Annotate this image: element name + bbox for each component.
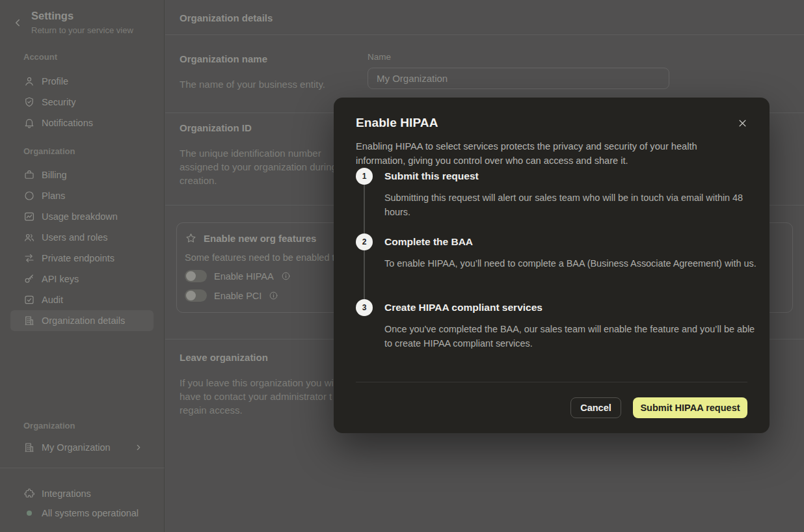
step-title: Submit this request	[384, 170, 479, 182]
usage-chart-icon	[23, 211, 35, 222]
step-number-badge: 1	[356, 168, 373, 185]
leave-org-title: Leave organization	[180, 352, 268, 363]
status-dot	[27, 511, 32, 516]
org-id-desc-line: assigned to your organization during	[180, 160, 337, 174]
toggle-label: Enable HIPAA	[214, 271, 274, 282]
app-window: Settings Return to your service view Acc…	[0, 0, 804, 532]
user-icon	[23, 75, 35, 87]
sidebar-item-users-and-roles[interactable]: Users and roles	[10, 227, 154, 248]
step-description: Once you've completed the BAA, our sales…	[384, 322, 760, 351]
arrows-swap-icon	[23, 252, 35, 264]
step-description: To enable HIPAA, you’ll need to complete…	[384, 256, 760, 271]
sidebar-item-usage-breakdown[interactable]: Usage breakdown	[10, 206, 154, 227]
building-icon	[23, 442, 35, 453]
system-status-item[interactable]: All systems operational	[10, 503, 154, 524]
billing-icon	[23, 169, 35, 181]
org-name-description: The name of your business entity.	[180, 77, 325, 91]
sidebar-item-plans[interactable]: Plans	[10, 185, 154, 206]
leave-org-description: If you leave this organization you wil h…	[180, 376, 336, 417]
sidebar-item-organization-details[interactable]: Organization details	[10, 310, 154, 331]
org-name-title: Organization name	[180, 53, 267, 64]
puzzle-icon	[23, 488, 35, 499]
divider	[356, 382, 747, 382]
sidebar-subtitle[interactable]: Return to your service view	[31, 25, 133, 35]
org-id-description: The unique identification number assigne…	[180, 146, 337, 187]
leave-desc-line: If you leave this organization you wil	[180, 376, 336, 390]
org-id-title: Organization ID	[180, 122, 252, 133]
step-title: Create HIPAA compliant services	[384, 302, 543, 313]
close-icon[interactable]	[738, 118, 747, 128]
sidebar-item-label: Profile	[42, 76, 68, 86]
users-icon	[23, 232, 35, 243]
sidebar-item-label: Plans	[42, 191, 65, 201]
section-label-account: Account	[23, 52, 57, 62]
page-header: Organization details	[165, 0, 804, 35]
sidebar-item-profile[interactable]: Profile	[10, 71, 154, 92]
page-title: Organization details	[180, 12, 273, 23]
toggle-knob	[186, 291, 196, 300]
shield-check-icon	[23, 96, 35, 108]
info-icon[interactable]	[281, 271, 291, 281]
sidebar-item-api-keys[interactable]: API keys	[10, 269, 154, 289]
chevron-right-icon	[133, 443, 144, 452]
sidebar-item-private-endpoints[interactable]: Private endpoints	[10, 248, 154, 269]
toggle-label: Enable PCI	[214, 291, 261, 301]
sidebar-item-label: Usage breakdown	[42, 211, 118, 222]
sidebar-item-label: Notifications	[42, 118, 93, 128]
sidebar-item-label: My Organization	[42, 442, 111, 453]
bell-icon	[23, 117, 35, 129]
sidebar-item-security[interactable]: Security	[10, 92, 154, 113]
step-title: Complete the BAA	[384, 236, 473, 248]
org-id-desc-line: The unique identification number	[180, 146, 337, 160]
sidebar-item-notifications[interactable]: Notifications	[10, 113, 154, 133]
sidebar-item-label: Security	[42, 97, 75, 107]
modal-description: Enabling HIPAA to select services protec…	[356, 140, 740, 168]
sidebar-item-label: Integrations	[42, 488, 91, 499]
toggle-knob	[186, 271, 196, 281]
plans-icon	[23, 190, 35, 202]
sidebar-item-my-organization[interactable]: My Organization	[10, 437, 154, 458]
step-description: Submitting this request will alert our s…	[384, 191, 760, 219]
audit-icon	[23, 294, 35, 306]
sidebar-item-label: Private endpoints	[42, 253, 114, 263]
sidebar-item-audit[interactable]: Audit	[10, 289, 154, 310]
features-card-title: Enable new org features	[204, 233, 316, 244]
building-icon	[23, 315, 35, 326]
key-icon	[23, 273, 35, 285]
step-number-badge: 3	[356, 299, 373, 316]
org-name-input[interactable]	[368, 68, 669, 89]
cancel-button[interactable]: Cancel	[570, 397, 621, 418]
info-icon[interactable]	[269, 291, 278, 300]
step-number-badge: 2	[356, 233, 373, 250]
divider	[0, 468, 165, 468]
sidebar-title: Settings	[31, 10, 74, 22]
submit-hipaa-request-button[interactable]: Submit HIPAA request	[633, 397, 747, 418]
section-label-organization: Organization	[23, 146, 75, 156]
enable-hipaa-modal: Enable HIPAA Enabling HIPAA to select se…	[334, 98, 770, 433]
hipaa-toggle[interactable]	[185, 270, 207, 282]
sidebar-item-label: Organization details	[42, 315, 125, 326]
leave-desc-line: regain access.	[180, 403, 336, 417]
modal-title: Enable HIPAA	[356, 116, 438, 130]
sidebar-item-label: API keys	[42, 274, 79, 284]
name-field-label: Name	[368, 52, 391, 62]
sidebar-item-integrations[interactable]: Integrations	[10, 483, 154, 504]
section-label-organization-footer: Organization	[23, 421, 75, 431]
org-id-desc-line: creation.	[180, 174, 337, 187]
back-chevron-icon[interactable]	[12, 17, 23, 29]
modal-footer: Cancel Submit HIPAA request	[570, 397, 747, 418]
sidebar-item-billing[interactable]: Billing	[10, 165, 154, 185]
pci-toggle[interactable]	[185, 289, 207, 302]
sidebar-item-label: Users and roles	[42, 232, 108, 243]
status-label: All systems operational	[42, 508, 139, 518]
sidebar-item-label: Audit	[42, 295, 63, 305]
leave-desc-line: have to contact your administrator t	[180, 390, 336, 403]
star-icon	[185, 232, 197, 245]
sidebar-item-label: Billing	[42, 170, 67, 180]
sidebar: Settings Return to your service view Acc…	[0, 0, 165, 532]
